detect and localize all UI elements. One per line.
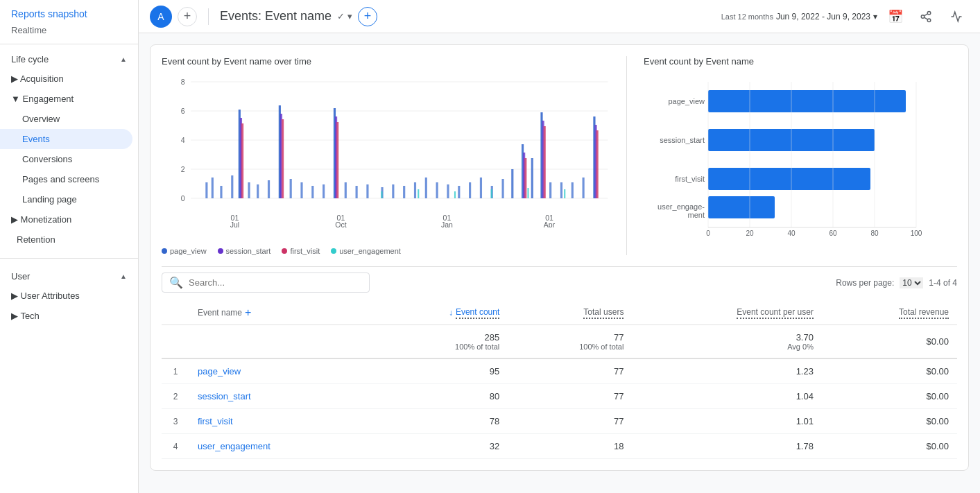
rows-per-page-select[interactable]: 10 25 50 (900, 277, 923, 288)
rank-cell: 2 (162, 384, 189, 409)
main-content: A + Events: Event name ✓ ▾ + Last 12 mon… (139, 0, 980, 493)
svg-rect-59 (583, 178, 585, 198)
user-engagement-legend-label: user_engagement (339, 247, 401, 255)
th-total-users[interactable]: Total users (508, 301, 632, 325)
totals-event-count-cell: 285 100% of total (371, 325, 508, 359)
sidebar-item-monetization[interactable]: ▶ Monetization (0, 209, 138, 230)
svg-point-2 (927, 19, 931, 22)
lifecycle-label: Life cycle (11, 54, 49, 64)
line-chart-area: 8 6 4 2 0 01 Jul 01 Oct 01 Jan (162, 75, 615, 241)
revenue-cell: $0.00 (822, 358, 957, 384)
th-revenue[interactable]: Total revenue (822, 301, 957, 325)
svg-rect-38 (356, 186, 358, 198)
sidebar-item-tech[interactable]: ▶ Tech (0, 306, 138, 326)
sidebar-item-overview[interactable]: Overview (0, 109, 138, 129)
event-count-cell: 78 (371, 409, 508, 434)
user-section-header[interactable]: User ▲ (0, 267, 138, 286)
pagination-info: 1-4 of 4 (929, 278, 957, 288)
sidebar-item-acquisition[interactable]: ▶ Acquisition (0, 69, 138, 89)
event-count-cell: 80 (371, 384, 508, 409)
ecpu-col-label: Event count per user (737, 307, 814, 319)
svg-rect-57 (560, 182, 562, 198)
rows-per-page-control: Rows per page: 10 25 50 1-4 of 4 (836, 277, 957, 288)
svg-text:Oct: Oct (335, 221, 347, 227)
realtime-link[interactable]: Realtime (11, 25, 127, 35)
event-name-cell: first_visit (189, 409, 371, 434)
svg-text:ment: ment (688, 211, 705, 219)
svg-rect-26 (231, 175, 233, 198)
svg-rect-24 (212, 178, 214, 198)
sidebar-item-user-attributes[interactable]: ▶ User Attributes (0, 286, 138, 306)
svg-rect-48 (469, 182, 471, 198)
sidebar-item-conversions[interactable]: Conversions (0, 149, 138, 169)
event-name-cell: user_engagement (189, 434, 371, 459)
svg-rect-76 (491, 189, 492, 198)
svg-point-1 (921, 15, 925, 18)
add-column-button[interactable]: + (245, 306, 251, 319)
lifecycle-section-header[interactable]: Life cycle ▲ (0, 50, 138, 69)
total-users-col-label: Total users (583, 307, 624, 319)
rank-cell: 3 (162, 409, 189, 434)
first-visit-dot (282, 248, 287, 254)
title-badge[interactable]: ✓ ▾ (337, 11, 352, 21)
svg-text:2: 2 (181, 166, 185, 173)
reports-snapshot-link[interactable]: Reports snapshot (11, 8, 127, 19)
totals-event-count: 285 (485, 332, 500, 343)
event-name-link[interactable]: first_visit (198, 416, 233, 426)
svg-rect-29 (257, 184, 259, 198)
svg-text:60: 60 (829, 230, 837, 237)
th-ecpu[interactable]: Event count per user (632, 301, 822, 325)
avatar: A (150, 6, 172, 28)
sidebar-item-retention[interactable]: Retention (0, 230, 138, 250)
header-actions: Last 12 months Jun 9, 2022 - Jun 9, 2023… (721, 4, 969, 29)
svg-text:user_engage-: user_engage- (657, 202, 705, 211)
events-label: Events (22, 134, 50, 144)
sidebar: Reports snapshot Realtime Life cycle ▲ ▶… (0, 0, 139, 493)
sidebar-item-engagement[interactable]: ▼ Engagement (0, 89, 138, 109)
insights-icon[interactable] (944, 4, 969, 29)
sidebar-item-landing-page[interactable]: Landing page (0, 189, 138, 209)
totals-rank-cell (162, 325, 189, 359)
svg-rect-78 (564, 189, 565, 198)
event-name-link[interactable]: page_view (198, 366, 241, 377)
svg-rect-74 (418, 189, 419, 198)
svg-text:80: 80 (870, 230, 879, 237)
sidebar-item-events[interactable]: Events (0, 129, 132, 149)
sidebar-item-pages-screens[interactable]: Pages and screens (0, 169, 138, 189)
svg-text:Jan: Jan (441, 221, 453, 227)
date-range[interactable]: Last 12 months Jun 9, 2022 - Jun 9, 2023… (721, 12, 877, 21)
svg-rect-86 (708, 168, 870, 190)
svg-rect-46 (447, 184, 449, 198)
event-name-link[interactable]: user_engagement (198, 441, 270, 451)
svg-text:8: 8 (181, 78, 185, 86)
bar-chart-section: Event count by Event name page_view sess… (627, 56, 957, 255)
line-chart-section: Event count by Event name over time 8 6 (162, 56, 627, 255)
add-metric-button[interactable]: + (358, 7, 377, 26)
session-start-dot (218, 248, 223, 254)
rank-cell: 1 (162, 358, 189, 384)
calendar-icon[interactable]: 📅 (883, 4, 908, 29)
th-event-count[interactable]: ↓ Event count (371, 301, 508, 325)
revenue-cell: $0.00 (822, 384, 957, 409)
totals-total-users: 77 (614, 332, 624, 343)
svg-line-3 (924, 17, 927, 19)
search-input[interactable] (189, 277, 362, 288)
svg-rect-25 (220, 186, 222, 198)
rank-cell: 4 (162, 434, 189, 459)
svg-rect-47 (458, 186, 460, 198)
svg-rect-41 (392, 184, 394, 198)
legend-page-view: page_view (162, 247, 207, 255)
event-name-link[interactable]: session_start (198, 391, 251, 401)
total-users-cell: 77 (508, 384, 632, 409)
user-chevron: ▲ (120, 273, 127, 280)
page-title-text: Events: Event name (220, 9, 332, 24)
share-icon[interactable] (913, 4, 938, 29)
add-comparison-button[interactable]: + (178, 7, 197, 26)
header: A + Events: Event name ✓ ▾ + Last 12 mon… (139, 0, 980, 33)
legend-user-engagement: user_engagement (331, 247, 401, 255)
search-input-wrap[interactable]: 🔍 (162, 273, 370, 293)
th-event-name[interactable]: Event name + (189, 301, 371, 325)
table-row: 1 page_view 95 77 1.23 $0.00 (162, 358, 957, 384)
svg-rect-84 (708, 90, 906, 112)
dropdown-icon: ▾ (347, 11, 352, 21)
